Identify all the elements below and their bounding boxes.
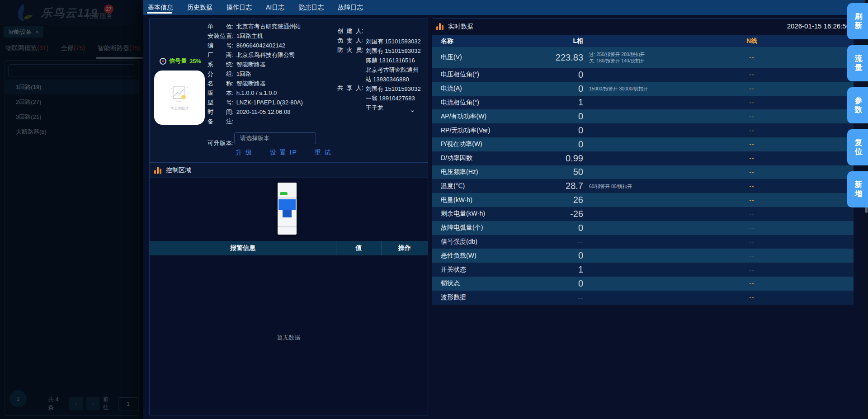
- field-label: 安装位置: [208, 31, 232, 41]
- drawer-tab-隐患日志[interactable]: 隐患日志: [297, 0, 325, 15]
- field-value: LNZK-1PAEP1.0(32-80A): [236, 98, 303, 107]
- metric-value-l: 0: [540, 223, 583, 233]
- version-select-placeholder: 请选择版本: [240, 134, 269, 142]
- drawer-tabs: 基本信息历史数据操作日志AI日志隐患日志故障日志: [143, 0, 865, 15]
- action-link-button[interactable]: 设 置 IP: [270, 149, 297, 157]
- drawer-tab-AI日志[interactable]: AI日志: [265, 0, 285, 15]
- metric-value-n: --: [684, 155, 820, 162]
- person-label: 负责人: [337, 37, 362, 46]
- threshold-line: 欠: 160/报警开 140/脱扣开: [589, 57, 684, 64]
- app-root: 乐鸟云119 托管服务 27 智能设备 × 物联网概览(31)全部(75)智能断…: [0, 0, 868, 419]
- device-detail-drawer: 基本信息历史数据操作日志AI日志隐患日志故障日志 信号量 35% 未上传图片: [143, 0, 865, 419]
- upgrade-label: 可升版本:: [208, 139, 234, 147]
- realtime-row: 恶性负载(W)0--: [432, 249, 854, 263]
- metric-value-n: --: [684, 252, 820, 259]
- realtime-timestamp: 2026-01-15 16:26:56: [787, 22, 850, 30]
- metric-value-l: 0: [540, 250, 583, 261]
- realtime-row: 信号强度(db)----: [432, 235, 854, 249]
- metric-name: 电流(A): [432, 85, 540, 93]
- field-label: 名称: [208, 79, 232, 88]
- metric-value-n: --: [684, 85, 820, 92]
- side-button-label: 新增: [854, 180, 863, 198]
- device-image-placeholder: 未上传图片: [154, 71, 205, 125]
- version-select[interactable]: 请选择版本: [234, 132, 316, 144]
- metric-value-n: --: [684, 224, 820, 231]
- side-button-流量[interactable]: 流量: [847, 45, 868, 81]
- field-label: 分组: [208, 69, 232, 79]
- metric-value-n: --: [684, 266, 820, 273]
- metric-value-n: --: [684, 127, 820, 134]
- signal-value: 35%: [189, 58, 201, 65]
- metric-name: 温度(℃): [432, 182, 540, 190]
- metric-value-n: --: [684, 183, 820, 190]
- realtime-row: P/视在功率(W)0--: [432, 137, 854, 151]
- people-column: 创建人: 负责人:刘国有 15101593032防火员:刘国有 15101593…: [337, 27, 428, 117]
- metric-name: AP/有功功率(W): [432, 113, 540, 121]
- metric-value-n: --: [684, 99, 820, 106]
- field-value: 北京市考古研究院通州站: [236, 22, 301, 31]
- metric-value-n: --: [684, 280, 820, 287]
- realtime-row: RP/无功功率(Var)0--: [432, 123, 854, 137]
- metric-name: 锁状态: [432, 279, 540, 287]
- empty-data-text: 暂无数据: [277, 334, 301, 342]
- control-area: [150, 178, 428, 241]
- section-bars-icon: [436, 23, 443, 30]
- metric-value-l: 1: [540, 264, 583, 275]
- metric-value-l: 0.99: [540, 153, 583, 164]
- field-value: 1回路: [236, 69, 251, 79]
- side-button-参数[interactable]: 参数: [847, 87, 868, 123]
- side-button-刷新[interactable]: 刷新: [847, 3, 868, 39]
- metric-value-l: --: [540, 238, 583, 245]
- metric-value-n: --: [684, 197, 820, 204]
- metric-value-l: 0: [540, 70, 583, 80]
- breaker-switch-image[interactable]: [278, 183, 297, 235]
- metric-value-l: 0: [540, 278, 583, 289]
- action-link-button[interactable]: 重 试: [315, 149, 332, 157]
- side-button-label: 复位: [854, 138, 863, 156]
- field-label: 版本: [208, 88, 232, 98]
- field-value: 智能断路器: [236, 60, 266, 69]
- device-info-card: 信号量 35% 未上传图片 单位:北京市考古研究院通州站安装位置:1回路主机编号…: [149, 19, 428, 415]
- no-image-text: 未上传图片: [170, 106, 189, 111]
- metric-thresholds: 过: 250/报警开 280/脱扣开欠: 160/报警开 140/脱扣开: [583, 51, 684, 64]
- person-line: 刘国有 15101593032: [366, 37, 422, 46]
- metric-name: 波形数据: [432, 293, 540, 301]
- drawer-tab-历史数据[interactable]: 历史数据: [186, 0, 213, 15]
- field-value: 2020-11-05 12:06:08: [236, 107, 291, 117]
- device-field-row: 版本:h.1.0.0 / s.1.0.0: [208, 88, 334, 98]
- person-label: 创建人: [337, 27, 362, 37]
- metric-value-n: --: [684, 113, 820, 120]
- metric-thresholds: 60/报警开 80/脱扣开: [583, 183, 684, 189]
- metric-name: 开关状态: [432, 266, 540, 274]
- device-field-row: 分组:1回路: [208, 69, 334, 79]
- field-label: 备注: [208, 117, 232, 126]
- person-lines: 刘国有 15101593032: [366, 37, 422, 46]
- person-lines: [366, 27, 422, 37]
- metric-value-n: --: [684, 210, 820, 217]
- metric-value-l: --: [540, 294, 583, 301]
- side-button-复位[interactable]: 复位: [847, 129, 868, 165]
- drawer-tab-故障日志[interactable]: 故障日志: [337, 0, 364, 15]
- device-field-row: 型号:LNZK-1PAEP1.0(32-80A): [208, 98, 334, 107]
- breaker-indicator: [280, 192, 288, 195]
- drawer-tab-基本信息[interactable]: 基本信息: [147, 0, 174, 15]
- chevron-down-icon[interactable]: ⌄: [410, 106, 417, 113]
- drawer-tab-操作日志[interactable]: 操作日志: [226, 0, 253, 15]
- metric-name: D/功率因数: [432, 154, 540, 162]
- realtime-row: 温度(℃)28.760/报警开 80/脱扣开--: [432, 179, 854, 193]
- person-line: 刘国有 15101593032: [366, 84, 422, 94]
- realtime-row: 电压相位角(°)0--: [432, 68, 854, 82]
- field-label: 厂商: [208, 50, 232, 60]
- side-button-新增[interactable]: 新增: [847, 171, 868, 207]
- metric-value-n: --: [684, 71, 820, 78]
- action-link-button[interactable]: 升 级: [236, 149, 253, 157]
- person-label: 共享人: [337, 84, 362, 117]
- realtime-column-headers: 名称 L相 N线: [432, 35, 854, 47]
- field-value: 智能断路器: [236, 79, 266, 88]
- metric-value-n: --: [684, 294, 820, 301]
- breaker-handle: [278, 199, 296, 210]
- realtime-row: 电流(A)015000/报警开 30000/脱扣开--: [432, 82, 854, 96]
- alarm-header-cell: 报警信息: [150, 241, 336, 255]
- person-line: 一翁 18910427683: [366, 94, 422, 103]
- realtime-row: AP/有功功率(W)0--: [432, 109, 854, 123]
